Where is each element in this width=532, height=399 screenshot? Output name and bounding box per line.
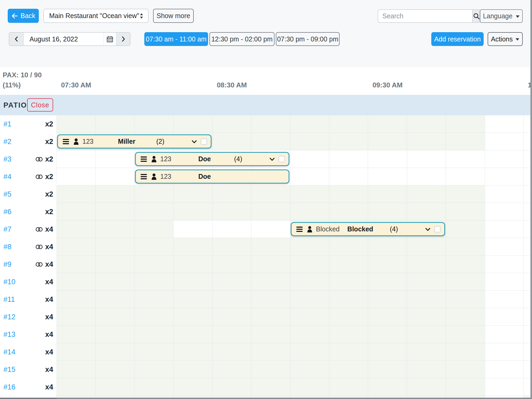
grid-cell[interactable]	[251, 378, 290, 396]
grid-cell[interactable]	[251, 220, 290, 238]
grid-cell[interactable]	[446, 343, 485, 361]
grid-cell[interactable]	[96, 203, 134, 220]
reservation-block[interactable]: 123Miller(2)	[57, 134, 212, 148]
language-button[interactable]: Language	[480, 9, 523, 23]
grid-cell[interactable]	[213, 326, 251, 343]
grid-cell[interactable]	[57, 378, 96, 396]
table-id-link[interactable]: #2	[3, 138, 11, 146]
grid-cell[interactable]	[96, 326, 134, 343]
grid-cell[interactable]	[213, 185, 251, 203]
grid-cell[interactable]	[135, 361, 174, 378]
grid-cell[interactable]	[96, 343, 134, 361]
table-id-link[interactable]: #15	[3, 366, 15, 374]
grid-cell[interactable]	[368, 343, 407, 361]
grid-cell[interactable]	[174, 291, 212, 308]
grid-cell[interactable]	[135, 115, 174, 133]
grid-cell[interactable]	[290, 238, 329, 256]
grid-cell[interactable]	[213, 361, 251, 378]
table-id-link[interactable]: #3	[3, 155, 11, 163]
grid-cell[interactable]	[174, 203, 212, 220]
grid-cell[interactable]	[213, 133, 251, 150]
vertical-scrollbar[interactable]	[530, 0, 532, 399]
grid-cell[interactable]	[485, 308, 524, 326]
grid-cell[interactable]	[251, 256, 290, 273]
grid-cell[interactable]	[407, 273, 446, 291]
grid-cell[interactable]	[96, 150, 134, 168]
grid-cell[interactable]	[135, 185, 174, 203]
grid-cell[interactable]	[290, 256, 329, 273]
grid-cell[interactable]	[174, 185, 212, 203]
grid-cell[interactable]	[368, 361, 407, 378]
table-id-link[interactable]: #1	[3, 120, 11, 128]
table-id-link[interactable]: #14	[3, 348, 15, 356]
grid-cell[interactable]	[290, 150, 329, 168]
drag-handle-icon[interactable]	[141, 174, 147, 179]
grid-cell[interactable]	[329, 185, 368, 203]
grid-cell[interactable]	[485, 361, 524, 378]
grid-cell[interactable]	[290, 291, 329, 308]
grid-cell[interactable]	[329, 203, 368, 220]
grid-cell[interactable]	[446, 203, 485, 220]
grid-cell[interactable]	[485, 256, 524, 273]
grid-cell[interactable]	[57, 185, 96, 203]
grid-cell[interactable]	[251, 291, 290, 308]
grid-cell[interactable]	[96, 220, 134, 238]
grid-cell[interactable]	[135, 396, 174, 398]
grid-cell[interactable]	[213, 238, 251, 256]
grid-cell[interactable]	[329, 256, 368, 273]
grid-cell[interactable]	[135, 203, 174, 220]
drag-handle-icon[interactable]	[296, 227, 303, 232]
grid-cell[interactable]	[251, 396, 290, 398]
grid-cell[interactable]	[485, 326, 524, 343]
grid-cell[interactable]	[57, 238, 96, 256]
grid-cell[interactable]	[135, 326, 174, 343]
grid-cell[interactable]	[329, 133, 368, 150]
grid-cell[interactable]	[485, 291, 524, 308]
grid-cell[interactable]	[290, 273, 329, 291]
grid-cell[interactable]	[135, 378, 174, 396]
search-input[interactable]	[378, 9, 472, 23]
table-id-link[interactable]: #6	[3, 208, 11, 216]
time-slot-morning[interactable]: 07:30 am - 11:00 am	[144, 32, 208, 46]
grid-cell[interactable]	[446, 168, 485, 185]
grid-cell[interactable]	[57, 291, 96, 308]
table-id-link[interactable]: #8	[3, 243, 11, 251]
grid-cell[interactable]	[96, 396, 134, 398]
grid-cell[interactable]	[368, 396, 407, 398]
table-id-link[interactable]: #16	[3, 383, 15, 391]
reservation-checkbox[interactable]	[278, 156, 285, 162]
grid-cell[interactable]	[251, 273, 290, 291]
grid-cell[interactable]	[446, 273, 485, 291]
grid-cell[interactable]	[446, 115, 485, 133]
grid-cell[interactable]	[329, 273, 368, 291]
grid-cell[interactable]	[485, 238, 524, 256]
grid-cell[interactable]	[213, 396, 251, 398]
grid-cell[interactable]	[485, 168, 524, 185]
drag-handle-icon[interactable]	[63, 139, 69, 144]
grid-cell[interactable]	[57, 308, 96, 326]
table-id-link[interactable]: #4	[3, 173, 11, 181]
grid-cell[interactable]	[446, 150, 485, 168]
grid-cell[interactable]	[407, 115, 446, 133]
grid-cell[interactable]	[407, 168, 446, 185]
grid-cell[interactable]	[96, 115, 134, 133]
grid-cell[interactable]	[407, 378, 446, 396]
grid-cell[interactable]	[368, 115, 407, 133]
grid-cell[interactable]	[96, 378, 134, 396]
grid-cell[interactable]	[135, 291, 174, 308]
grid-cell[interactable]	[174, 396, 212, 398]
grid-cell[interactable]	[57, 396, 96, 398]
grid-cell[interactable]	[213, 378, 251, 396]
grid-cell[interactable]	[446, 256, 485, 273]
grid-cell[interactable]	[329, 361, 368, 378]
grid-cell[interactable]	[213, 308, 251, 326]
grid-cell[interactable]	[96, 308, 134, 326]
grid-cell[interactable]	[407, 150, 446, 168]
grid-cell[interactable]	[96, 256, 134, 273]
grid-cell[interactable]	[57, 220, 96, 238]
grid-cell[interactable]	[213, 273, 251, 291]
grid-cell[interactable]	[446, 326, 485, 343]
grid-cell[interactable]	[290, 326, 329, 343]
chevron-down-icon[interactable]	[268, 155, 276, 163]
grid-cell[interactable]	[213, 203, 251, 220]
